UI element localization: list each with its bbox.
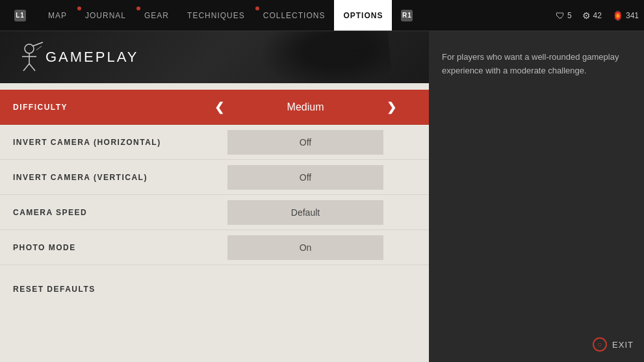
- nav-item-techniques[interactable]: TECHNIQUES: [178, 0, 254, 31]
- nav-item-journal[interactable]: JOURNAL: [76, 0, 135, 31]
- r1-badge: R1: [401, 10, 413, 21]
- setting-value-invert_cam_h: Off: [300, 137, 311, 148]
- exit-circle-icon: ○: [593, 337, 607, 352]
- svg-line-6: [36, 46, 42, 50]
- shield-stat: 🛡 5: [556, 10, 572, 21]
- gameplay-title: GAMEPLAY: [45, 49, 138, 66]
- gear-label: GEAR: [144, 11, 169, 20]
- gear-dot: [136, 6, 140, 10]
- setting-control-invert_cam_v: Off: [195, 165, 416, 190]
- setting-value-invert_cam_v: Off: [300, 172, 311, 183]
- main-layout: GAMEPLAY DIFFICULTY❮Medium❯INVERT CAMERA…: [0, 31, 644, 362]
- setting-value-camera_speed: Default: [291, 207, 320, 218]
- exit-label: EXIT: [612, 340, 634, 350]
- setting-label-invert_cam_h: INVERT CAMERA (HORIZONTAL): [13, 138, 195, 147]
- nav-item-collections[interactable]: COLLECTIONS: [254, 0, 335, 31]
- setting-control-invert_cam_h: Off: [195, 130, 416, 155]
- techniques-label: TECHNIQUES: [187, 11, 245, 20]
- nav-item-options[interactable]: OPTIONS: [334, 0, 392, 31]
- top-navigation: L1MAPJOURNALGEARTECHNIQUESCOLLECTIONSOPT…: [0, 0, 644, 31]
- reset-defaults-label[interactable]: RESET DEFAULTS: [13, 285, 96, 294]
- difficulty-description: For players who want a well-rounded game…: [442, 51, 631, 78]
- nav-item-l1[interactable]: L1: [5, 0, 39, 31]
- coin-icon: 🏮: [612, 10, 623, 21]
- setting-label-invert_cam_v: INVERT CAMERA (VERTICAL): [13, 173, 195, 182]
- svg-line-5: [32, 42, 43, 46]
- nav-item-map[interactable]: MAP: [39, 0, 76, 31]
- setting-value-difficulty: Medium: [287, 101, 324, 113]
- setting-label-camera_speed: CAMERA SPEED: [13, 208, 195, 217]
- svg-point-0: [25, 44, 34, 53]
- reset-defaults-row[interactable]: RESET DEFAULTS: [0, 272, 429, 307]
- setting-control-photo_mode: On: [195, 235, 416, 260]
- shield-icon: 🛡: [556, 10, 565, 21]
- gear-stat: ⚙ 42: [582, 10, 602, 21]
- svg-line-4: [29, 64, 35, 71]
- nav-item-r1[interactable]: R1: [392, 0, 426, 31]
- nav-item-gear[interactable]: GEAR: [135, 0, 178, 31]
- setting-label-photo_mode: PHOTO MODE: [13, 243, 195, 252]
- gear-icon: ⚙: [582, 10, 591, 21]
- settings-list: DIFFICULTY❮Medium❯INVERT CAMERA (HORIZON…: [0, 83, 429, 272]
- collections-label: COLLECTIONS: [263, 11, 326, 20]
- samurai-icon: [13, 41, 45, 73]
- setting-box-invert_cam_v: Off: [227, 165, 383, 190]
- svg-line-3: [23, 64, 29, 71]
- setting-box-invert_cam_h: Off: [227, 130, 383, 155]
- nav-stats: 🛡 5 ⚙ 42 🏮 341: [556, 10, 639, 21]
- setting-control-difficulty: ❮Medium❯: [195, 95, 416, 120]
- coin-stat: 🏮 341: [612, 10, 639, 21]
- ink-splatter-decoration: [257, 31, 393, 83]
- l1-badge: L1: [14, 10, 26, 21]
- exit-button[interactable]: ○ EXIT: [593, 337, 634, 352]
- arrow-right-difficulty[interactable]: ❯: [387, 100, 396, 114]
- journal-label: JOURNAL: [85, 11, 126, 20]
- collections-dot: [255, 6, 259, 10]
- setting-row-invert_cam_v[interactable]: INVERT CAMERA (VERTICAL)Off: [0, 160, 429, 195]
- setting-row-invert_cam_h[interactable]: INVERT CAMERA (HORIZONTAL)Off: [0, 125, 429, 160]
- setting-row-difficulty[interactable]: DIFFICULTY❮Medium❯: [0, 90, 429, 125]
- coin-value: 341: [626, 11, 639, 20]
- shield-value: 5: [567, 11, 572, 20]
- setting-value-photo_mode: On: [300, 242, 312, 253]
- arrow-left-difficulty[interactable]: ❮: [214, 100, 224, 114]
- options-label: OPTIONS: [343, 11, 383, 20]
- setting-row-photo_mode[interactable]: PHOTO MODEOn: [0, 230, 429, 265]
- setting-label-difficulty: DIFFICULTY: [13, 103, 195, 112]
- setting-box-difficulty: ❮Medium❯: [221, 95, 390, 120]
- gear-value: 42: [593, 11, 602, 20]
- setting-box-photo_mode: On: [227, 235, 383, 260]
- right-panel: For players who want a well-rounded game…: [429, 31, 644, 362]
- setting-box-camera_speed: Default: [227, 200, 383, 225]
- setting-row-camera_speed[interactable]: CAMERA SPEEDDefault: [0, 195, 429, 230]
- setting-control-camera_speed: Default: [195, 200, 416, 225]
- journal-dot: [77, 6, 81, 10]
- map-label: MAP: [48, 11, 67, 20]
- left-panel: GAMEPLAY DIFFICULTY❮Medium❯INVERT CAMERA…: [0, 31, 429, 362]
- gameplay-header: GAMEPLAY: [0, 31, 429, 83]
